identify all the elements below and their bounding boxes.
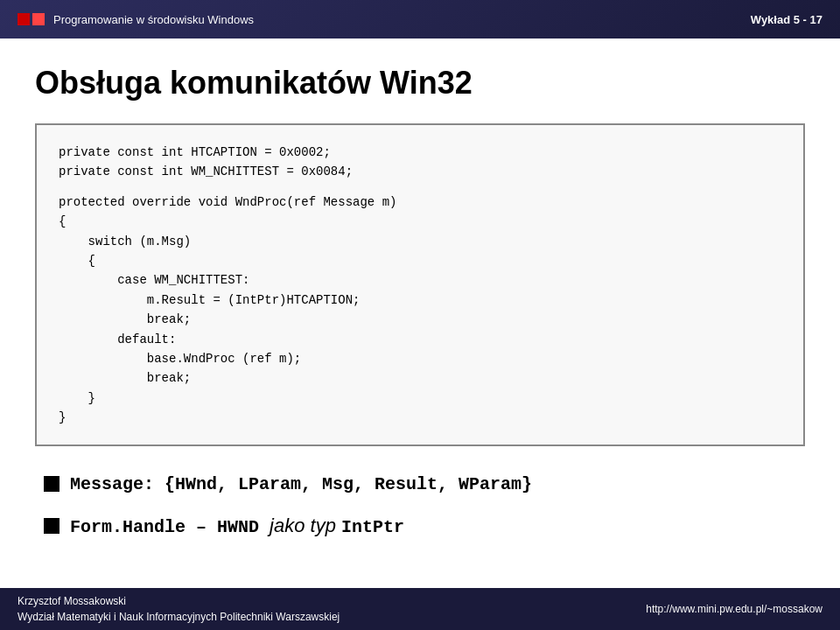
bullet-icon-1 — [44, 476, 60, 492]
footer-author-name: Krzysztof Mossakowski — [18, 593, 340, 609]
header-bar: Programowanie w środowisku Windows Wykła… — [0, 0, 840, 38]
footer: Krzysztof Mossakowski Wydział Matematyki… — [0, 588, 840, 630]
footer-author-affiliation: Wydział Matematyki i Nauk Informacyjnych… — [18, 609, 340, 625]
code-line-3: protected override void WndProc(ref Mess… — [59, 192, 781, 212]
code-spacer-1 — [59, 182, 781, 192]
logo-square-2 — [32, 13, 45, 25]
bullet-text-2: Form.Handle – HWND jako typ IntPtr — [70, 514, 404, 537]
header-left: Programowanie w środowisku Windows — [18, 13, 254, 26]
code-line-5: switch (m.Msg) — [59, 232, 781, 251]
code-line-6: { — [59, 251, 781, 270]
code-line-9: break; — [59, 310, 781, 329]
code-line-10: default: — [59, 330, 781, 349]
bullet-section: Message: {HWnd, LParam, Msg, Result, WPa… — [35, 472, 805, 537]
code-line-4: { — [59, 212, 781, 231]
code-line-11: base.WndProc (ref m); — [59, 349, 781, 368]
page-title: Obsługa komunikatów Win32 — [35, 65, 805, 102]
bullet-icon-2 — [44, 518, 60, 534]
bullet-text-2-code: IntPtr — [341, 517, 404, 537]
bullet-item-2: Form.Handle – HWND jako typ IntPtr — [44, 514, 796, 537]
header-logo — [18, 13, 45, 25]
code-line-1: private const int HTCAPTION = 0x0002; — [59, 143, 781, 162]
code-line-13: } — [59, 388, 781, 408]
code-line-12: break; — [59, 368, 781, 388]
footer-author: Krzysztof Mossakowski Wydział Matematyki… — [18, 593, 340, 625]
bullet-text-2-prefix: Form.Handle — [70, 517, 186, 537]
bullet-item-1: Message: {HWnd, LParam, Msg, Result, WPa… — [44, 472, 796, 497]
logo-square-1 — [18, 13, 30, 25]
code-line-14: } — [59, 408, 781, 427]
bullet-text-1: Message: {HWnd, LParam, Msg, Result, WPa… — [70, 472, 532, 497]
code-line-7: case WM_NCHITTEST: — [59, 270, 781, 290]
header-lecture: Wykład 5 - 17 — [751, 13, 822, 26]
footer-url: http://www.mini.pw.edu.pl/~mossakow — [646, 603, 822, 615]
main-content: Obsługa komunikatów Win32 private const … — [0, 38, 840, 572]
header-title: Programowanie w środowisku Windows — [53, 13, 254, 26]
code-line-2: private const int WM_NCHITTEST = 0x0084; — [59, 162, 781, 181]
bullet-text-2-normal: jako typ — [270, 514, 341, 536]
code-box: private const int HTCAPTION = 0x0002; pr… — [35, 123, 805, 446]
code-line-8: m.Result = (IntPtr)HTCAPTION; — [59, 290, 781, 310]
bullet-text-2-separator: – HWND — [186, 517, 270, 537]
